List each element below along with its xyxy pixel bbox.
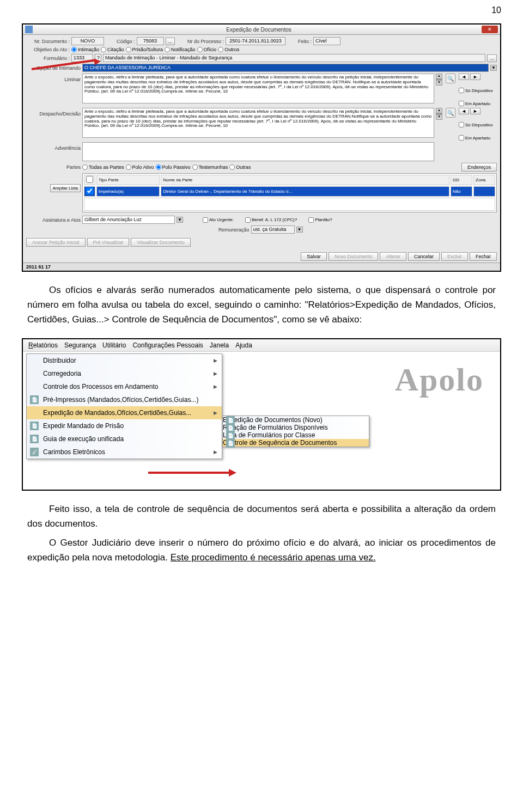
menu-config[interactable]: Configurações Pessoais [132,341,203,349]
radio-intimacao[interactable]: Intimação [71,47,99,52]
lbl-formulario: Formulário : [26,56,70,61]
anexar-button[interactable]: Anexar Petição Inicial [26,238,86,247]
formulario-desc-field: Mandado de Intimação - Liminar - Mandado… [103,54,485,62]
enderecos-button[interactable]: Endereços [461,163,497,172]
dropdown-relatorios: Distribuidor▶ Corregedoria▶ Controle dos… [26,353,222,459]
table-row[interactable]: Impetrado(a) Diretor Geral do Detran -, … [84,186,495,197]
ampliar-lista-button[interactable]: Ampliar Lista [50,184,81,192]
lbl-feito: Feito : [298,39,312,44]
radio-notificacao[interactable]: Notificação [165,47,196,52]
dropdown-icon[interactable]: ▼ [177,217,183,223]
submenu-item-exped-doc[interactable]: 📄Expedição de Documentos (Novo) [223,416,369,424]
check-plantao[interactable]: Plantão? [308,217,332,223]
formulario-lookup-button[interactable]: ... [487,54,497,62]
liminar-textarea[interactable]: Ante o exposto, defiro a liminar pleitea… [82,74,434,103]
submenu-expedicao: 📄Expedição de Documentos (Novo) 📄Relação… [222,416,369,447]
submenu-item-lista[interactable]: 📄Lista de Formulários por Classe [223,431,369,439]
menu-janela[interactable]: Janela [210,341,229,349]
radio-outros[interactable]: Outros [218,47,239,52]
menu-item-expedicao[interactable]: Expedição de Mandados,Ofícios,Certidões,… [27,406,222,419]
codigo-lookup-button[interactable]: ... [166,38,175,45]
titlebar: Expedição de Documentos ✕ [23,25,500,35]
magnify-icon[interactable]: 🔍 [446,74,455,83]
window-title: Expedição de Documentos [36,27,482,33]
dropdown-icon[interactable]: ▼ [296,227,303,233]
check-em-apartado-2[interactable]: Em Apartado [459,135,497,141]
check-all[interactable] [86,176,93,183]
submenu-arrow-icon: ▶ [214,384,217,389]
check-so-dispositivo[interactable]: Só Dispositivo [459,88,497,93]
assinatura-field[interactable]: Gilbert de Anunciação Luz [82,216,175,224]
menu-item-carimbos[interactable]: 🖊Carimbos Eletrônicos▶ [27,445,222,459]
excluir-button[interactable]: Excluir [441,252,468,261]
menu-item-controle-processos[interactable]: Controle dos Processos em Andamento▶ [27,380,222,393]
menu-relatorios[interactable]: Relatórios [28,341,58,349]
menu-ajuda[interactable]: Ajuda [235,341,252,349]
menu-item-expedir-prisao[interactable]: 📄Expedir Mandado de Prisão [27,419,222,432]
scroll-down-icon[interactable]: ▼ [436,114,442,120]
radio-testemunhas[interactable]: Testemunhas [192,164,228,170]
th-zona: Zona [473,175,495,185]
next-button[interactable]: ► [470,74,481,80]
check-benef[interactable]: Benef. A. L 172 (CPC)? [245,217,297,223]
menu-seguranca[interactable]: Segurança [64,341,96,349]
menu-item-distribuidor[interactable]: Distribuidor▶ [27,354,222,367]
table-row[interactable] [84,198,495,211]
salvar-button[interactable]: Salvar [301,252,327,261]
lbl-codigo: Código : [117,39,135,44]
radio-todas-partes[interactable]: Todas as Partes [82,164,124,170]
submenu-item-controle-seq[interactable]: 📄Controle de Sequência de Documentos [223,439,369,447]
advertencia-textarea[interactable] [82,142,434,161]
submenu-arrow-icon: ▶ [214,358,217,363]
codigo-field: 75083 [137,37,164,45]
next-button[interactable]: ► [470,108,481,114]
remuneracao-field: ust. ça Gratuita [251,225,295,234]
row-check[interactable] [86,187,93,194]
submenu-arrow-icon: ▶ [214,449,217,455]
intimando-field[interactable]: O CHEFE DA ASSESSORIA JURÍDICA [82,64,489,72]
check-so-dispositivo-2[interactable]: Só Dispositivo [459,122,497,127]
radio-citacao[interactable]: Citação [101,47,124,52]
th-nome-parte: Nome da Parte [161,175,449,185]
partes-table[interactable]: Tipo Parte Nome da Parte GD Zona Impetra… [82,173,497,212]
menu-item-corregedoria[interactable]: Corregedoria▶ [27,367,222,380]
submenu-arrow-icon: ▶ [214,371,217,376]
radio-oficio[interactable]: Ofício [197,47,217,52]
scroll-up-icon[interactable]: ▲ [436,74,442,79]
prev-button[interactable]: ◄ [459,108,469,114]
menubar: Relatórios Segurança Utilitário Configur… [23,339,500,352]
magnify-icon[interactable]: 🔍 [446,108,455,118]
check-em-apartado[interactable]: Em Apartado [459,101,497,106]
novo-button[interactable]: Novo Documento [329,252,379,261]
th-tipo-parte: Tipo Parte [96,175,160,185]
menu-item-guia-exec[interactable]: 📄Guia de execução unificada [27,432,222,445]
lbl-objetivo: Objetivo do Ato : [26,47,70,52]
close-icon[interactable]: ✕ [482,26,498,33]
prev-button[interactable]: ◄ [459,74,469,80]
radio-outras[interactable]: Outras [229,164,251,170]
previsualizar-button[interactable]: Pré-Visualizar [87,238,130,247]
scroll-up-icon[interactable]: ▲ [436,108,442,113]
fechar-button[interactable]: Fechar [470,252,497,261]
alterar-button[interactable]: Alterar [380,252,406,261]
th-gd: GD [451,175,472,185]
check-ato-urgente[interactable]: Ato Urgente: [203,217,234,223]
dropdown-icon[interactable]: ▼ [490,65,497,71]
submenu-item-relacao[interactable]: 📄Relação de Formulários Disponíveis [223,424,369,431]
lbl-despacho: Despacho/Decisão [26,111,81,117]
lbl-remuneracao: Remuneração [218,227,250,233]
radio-polo-ativo[interactable]: Polo Ativo [126,164,154,170]
expedicao-window: Expedição de Documentos ✕ Nr. Documento … [22,23,501,272]
radio-prisao[interactable]: Prisão/Soltura [126,47,163,52]
cancelar-button[interactable]: Cancelar [408,252,440,261]
paragraph-2: Feito isso, a tela de controle de sequên… [27,502,496,531]
lbl-advertencia: Advertência [26,145,81,151]
scroll-down-icon[interactable]: ▼ [436,80,442,86]
menu-utilitario[interactable]: Utilitário [102,341,126,349]
paragraph-3: O Gestor Judiciário deve inserir o númer… [27,535,496,565]
visualizar-button[interactable]: Visualizar Documento [131,238,190,247]
menu-item-pre-impressos[interactable]: 📄Pré-Impressos (Mandados,Ofícios,Certidõ… [27,393,222,406]
lbl-liminar: Liminar [26,77,81,82]
radio-polo-passivo[interactable]: Polo Passivo [156,164,191,170]
despacho-textarea[interactable]: Ante o exposto, defiro a liminar pleitea… [82,108,434,138]
